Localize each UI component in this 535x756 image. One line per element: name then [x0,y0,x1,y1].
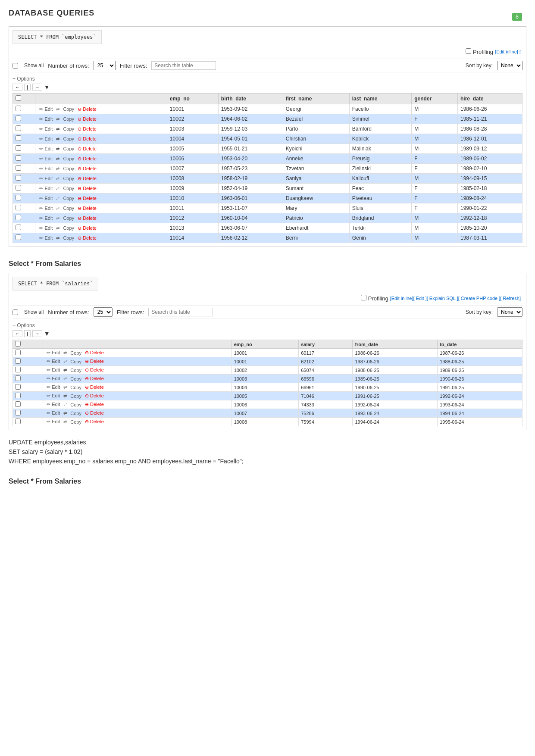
nav-forward-btn-employees[interactable]: → [32,84,42,91]
delete-button[interactable]: ⊖ Delete [76,185,98,192]
copy-icon-btn-sal[interactable]: ⇌ [62,419,68,425]
col-sal-salary[interactable]: salary [299,340,353,349]
edit-button[interactable]: ✏ Edit [38,205,54,212]
create-php-link-sal[interactable]: [ Create PHP code ] [458,296,501,301]
num-rows-select-sal[interactable]: 25 [94,307,113,317]
row-checkbox-sal[interactable] [13,409,43,418]
edit-button-sal[interactable]: ✏ Edit [45,419,61,425]
edit-button[interactable]: ✏ Edit [38,195,54,202]
delete-button-sal[interactable]: ⊖ Delete [84,350,105,356]
delete-button-sal[interactable]: ⊖ Delete [84,419,105,425]
edit-inline-link-sal[interactable]: [Edit inline] [390,296,413,301]
delete-button[interactable]: ⊖ Delete [76,106,98,112]
row-checkbox-sal[interactable] [13,357,43,366]
nav-back-btn-employees[interactable]: ← [13,84,22,91]
copy-button[interactable]: Copy [62,166,75,172]
col-sal-from-date[interactable]: from_date [353,340,438,349]
edit-button[interactable]: ✏ Edit [38,175,54,182]
edit-button[interactable]: ✏ Edit [38,215,54,222]
filter-arrow-sal[interactable]: ▼ [44,330,50,337]
copy-icon-btn-sal[interactable]: ⇌ [62,402,68,407]
delete-button-sal[interactable]: ⊖ Delete [84,393,105,399]
row-checkbox[interactable] [13,213,35,223]
row-checkbox-sal[interactable] [13,366,43,375]
copy-icon-btn-sal[interactable]: ⇌ [62,359,68,364]
edit-button[interactable]: ✏ Edit [38,235,54,241]
copy-button[interactable]: Copy [62,235,75,241]
copy-icon-btn-sal[interactable]: ⇌ [62,393,68,399]
copy-button[interactable]: Copy [62,126,75,132]
row-checkbox[interactable] [13,174,35,184]
copy-icon-btn[interactable]: ⇌ [55,146,61,152]
row-checkbox[interactable] [13,114,35,124]
row-checkbox[interactable] [13,223,35,233]
options-row-sal[interactable]: + Options [13,322,522,328]
edit-inline-link[interactable]: [Edit inline] [ [495,49,521,54]
show-all-checkbox-sal[interactable] [13,309,18,315]
delete-button[interactable]: ⊖ Delete [76,225,98,231]
filter-arrow-employees[interactable]: ▼ [44,84,50,91]
delete-button[interactable]: ⊖ Delete [76,126,98,132]
edit-button-sal[interactable]: ✏ Edit [45,350,61,356]
edit-link-sal[interactable]: [ Edit ] [413,296,427,301]
edit-button-sal[interactable]: ✏ Edit [45,375,61,382]
edit-button-sal[interactable]: ✏ Edit [45,410,61,416]
copy-icon-btn[interactable]: ⇌ [55,196,61,201]
delete-button[interactable]: ⊖ Delete [76,116,98,122]
delete-button-sal[interactable]: ⊖ Delete [84,358,105,365]
search-input-sal[interactable] [148,308,213,316]
select-all-checkbox[interactable] [16,95,21,101]
copy-icon-btn[interactable]: ⇌ [55,225,61,231]
delete-button-sal[interactable]: ⊖ Delete [84,367,105,373]
search-input-employees[interactable] [151,61,216,70]
copy-icon-btn-sal[interactable]: ⇌ [62,367,68,373]
copy-button[interactable]: Copy [62,215,75,221]
copy-icon-btn[interactable]: ⇌ [55,216,61,221]
explain-sql-link-sal[interactable]: [ Explain SQL ] [427,296,458,301]
profiling-checkbox[interactable] [466,48,471,54]
col-header-emp-no[interactable]: emp_no [167,94,218,104]
row-checkbox[interactable] [13,154,35,164]
copy-button-sal[interactable]: Copy [69,376,83,382]
copy-icon-btn[interactable]: ⇌ [55,136,61,142]
sort-by-select-employees[interactable]: None [497,61,522,70]
delete-button[interactable]: ⊖ Delete [76,195,98,202]
copy-button[interactable]: Copy [62,156,75,162]
copy-button-sal[interactable]: Copy [69,393,83,399]
row-checkbox[interactable] [13,144,35,154]
copy-button-sal[interactable]: Copy [69,350,83,356]
options-row-employees[interactable]: + Options [13,76,522,82]
copy-icon-btn-sal[interactable]: ⇌ [62,376,68,381]
delete-button[interactable]: ⊖ Delete [76,215,98,222]
edit-button-sal[interactable]: ✏ Edit [45,367,61,373]
edit-button-sal[interactable]: ✏ Edit [45,393,61,399]
row-checkbox[interactable] [13,233,35,243]
copy-icon-btn-sal[interactable]: ⇌ [62,384,68,390]
copy-icon-btn[interactable]: ⇌ [55,106,61,112]
row-checkbox[interactable] [13,104,35,114]
row-checkbox-sal[interactable] [13,375,43,383]
edit-button[interactable]: ✏ Edit [38,126,54,132]
edit-button-sal[interactable]: ✏ Edit [45,401,61,408]
delete-button[interactable]: ⊖ Delete [76,146,98,152]
delete-button[interactable]: ⊖ Delete [76,166,98,172]
row-checkbox-sal[interactable] [13,349,43,357]
edit-button[interactable]: ✏ Edit [38,166,54,172]
row-checkbox[interactable] [13,164,35,174]
select-all-sal[interactable] [15,341,21,347]
copy-icon-btn[interactable]: ⇌ [55,126,61,132]
col-header-birth-date[interactable]: birth_date [218,94,283,104]
copy-icon-btn[interactable]: ⇌ [55,116,61,122]
delete-button[interactable]: ⊖ Delete [76,175,98,182]
edit-button[interactable]: ✏ Edit [38,146,54,152]
copy-button-sal[interactable]: Copy [69,359,83,365]
copy-icon-btn[interactable]: ⇌ [55,166,61,172]
delete-button-sal[interactable]: ⊖ Delete [84,384,105,390]
copy-button-sal[interactable]: Copy [69,367,83,373]
show-all-checkbox-employees[interactable] [13,63,18,69]
edit-button[interactable]: ✏ Edit [38,116,54,122]
copy-icon-btn[interactable]: ⇌ [55,156,61,162]
row-checkbox[interactable] [13,124,35,134]
col-header-checkbox[interactable] [13,94,35,104]
copy-button[interactable]: Copy [62,225,75,231]
